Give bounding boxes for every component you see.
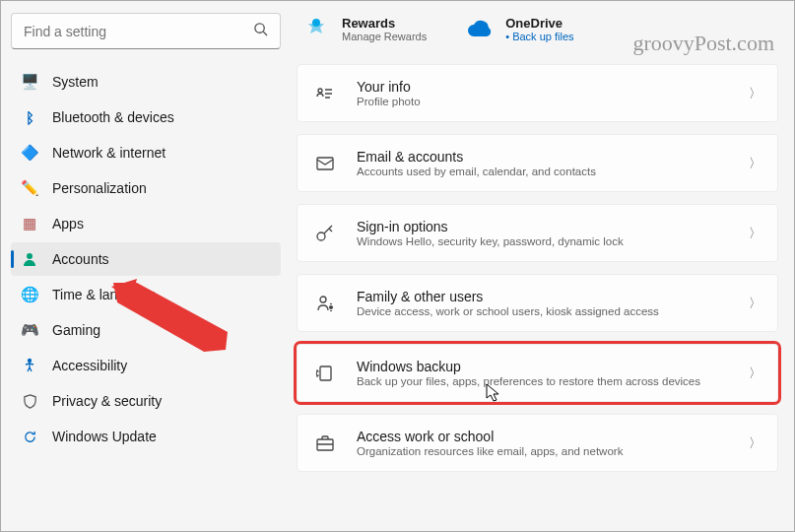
sidebar-item-accessibility[interactable]: Accessibility: [11, 349, 281, 382]
shield-icon: [21, 392, 38, 410]
onedrive-sub[interactable]: Back up files: [505, 31, 573, 42]
display-icon: 🖥️: [21, 73, 38, 91]
card-work-school[interactable]: Access work or school Organization resou…: [297, 414, 778, 472]
sidebar-item-label: Time & language: [52, 287, 156, 302]
sidebar-item-label: Privacy & security: [52, 393, 162, 409]
card-family-users[interactable]: Family & other users Device access, work…: [297, 274, 778, 332]
sidebar-item-accounts[interactable]: Accounts: [11, 242, 281, 276]
rewards-card[interactable]: Rewards Manage Rewards: [302, 15, 427, 42]
card-title: Windows backup: [357, 359, 729, 374]
chevron-right-icon: 〉: [749, 295, 762, 312]
svg-point-4: [312, 19, 320, 27]
card-sub: Accounts used by email, calendar, and co…: [357, 166, 729, 177]
sidebar-item-windows-update[interactable]: Windows Update: [11, 420, 281, 453]
gamepad-icon: 🎮: [21, 321, 38, 339]
card-email-accounts[interactable]: Email & accounts Accounts used by email,…: [297, 134, 778, 192]
id-icon: [313, 82, 337, 105]
svg-point-5: [318, 89, 322, 93]
card-sub: Organization resources like email, apps,…: [357, 445, 729, 457]
onedrive-title: OneDrive: [505, 16, 573, 31]
sidebar-item-label: Accessibility: [52, 358, 127, 373]
key-icon: [313, 222, 337, 245]
sidebar-item-label: Personalization: [52, 180, 147, 196]
card-sub: Windows Hello, security key, password, d…: [357, 235, 729, 247]
globe-icon: 🌐: [21, 286, 38, 303]
svg-point-8: [320, 297, 326, 302]
sidebar-item-gaming[interactable]: 🎮 Gaming: [11, 313, 281, 347]
search-box[interactable]: [11, 13, 281, 49]
sidebar-item-network[interactable]: 🔷 Network & internet: [11, 136, 281, 169]
accessibility-icon: [21, 357, 38, 374]
sidebar-item-label: Gaming: [52, 322, 100, 338]
main-content: Rewards Manage Rewards OneDrive Back up …: [287, 1, 794, 531]
sidebar-item-privacy[interactable]: Privacy & security: [11, 384, 281, 418]
card-title: Sign-in options: [357, 219, 729, 234]
sidebar-item-bluetooth[interactable]: ᛒ Bluetooth & devices: [11, 100, 281, 134]
backup-icon: [313, 362, 337, 385]
briefcase-icon: [313, 432, 337, 455]
card-windows-backup[interactable]: Windows backup Back up your files, apps,…: [297, 344, 778, 402]
person-icon: [21, 250, 38, 268]
sidebar-item-label: System: [52, 74, 99, 90]
sidebar-item-system[interactable]: 🖥️ System: [11, 65, 281, 99]
svg-line-1: [263, 32, 267, 35]
chevron-right-icon: 〉: [749, 85, 762, 102]
rewards-title: Rewards: [342, 16, 427, 31]
sidebar-item-personalization[interactable]: ✏️ Personalization: [11, 171, 281, 205]
sidebar-item-time-language[interactable]: 🌐 Time & language: [11, 278, 281, 311]
search-icon: [253, 22, 268, 40]
card-sub: Back up your files, apps, preferences to…: [357, 375, 729, 387]
sidebar-item-apps[interactable]: ▦ Apps: [11, 207, 281, 240]
card-your-info[interactable]: Your info Profile photo 〉: [297, 64, 778, 122]
sidebar-item-label: Bluetooth & devices: [52, 109, 174, 125]
card-signin-options[interactable]: Sign-in options Windows Hello, security …: [297, 204, 778, 262]
rewards-icon: [302, 15, 330, 42]
card-sub: Device access, work or school users, kio…: [357, 305, 729, 317]
family-icon: [313, 292, 337, 315]
onedrive-icon: [466, 15, 494, 42]
apps-icon: ▦: [21, 215, 38, 233]
onedrive-card[interactable]: OneDrive Back up files: [466, 15, 573, 42]
svg-point-3: [29, 360, 32, 363]
mail-icon: [313, 152, 337, 175]
svg-point-7: [317, 233, 325, 240]
search-input[interactable]: [24, 24, 253, 39]
sidebar-item-label: Network & internet: [52, 145, 166, 161]
svg-point-9: [329, 305, 333, 309]
card-title: Access work or school: [357, 429, 729, 444]
sidebar: 🖥️ System ᛒ Bluetooth & devices 🔷 Networ…: [1, 1, 287, 531]
svg-point-2: [27, 253, 33, 259]
sidebar-item-label: Accounts: [52, 251, 109, 267]
card-title: Your info: [357, 79, 729, 95]
svg-point-0: [255, 24, 264, 33]
sidebar-item-label: Apps: [52, 216, 84, 232]
svg-rect-6: [317, 158, 333, 169]
chevron-right-icon: 〉: [749, 434, 762, 452]
update-icon: [21, 428, 38, 445]
sidebar-item-label: Windows Update: [52, 429, 157, 444]
chevron-right-icon: 〉: [749, 225, 762, 242]
brush-icon: ✏️: [21, 179, 38, 197]
bluetooth-icon: ᛒ: [21, 108, 38, 126]
card-title: Family & other users: [357, 289, 729, 304]
svg-rect-10: [320, 366, 331, 380]
rewards-sub: Manage Rewards: [342, 31, 427, 42]
chevron-right-icon: 〉: [749, 155, 762, 172]
chevron-right-icon: 〉: [749, 365, 762, 382]
card-title: Email & accounts: [357, 149, 729, 165]
network-icon: 🔷: [21, 144, 38, 162]
card-sub: Profile photo: [357, 96, 729, 107]
top-cards: Rewards Manage Rewards OneDrive Back up …: [297, 13, 778, 52]
